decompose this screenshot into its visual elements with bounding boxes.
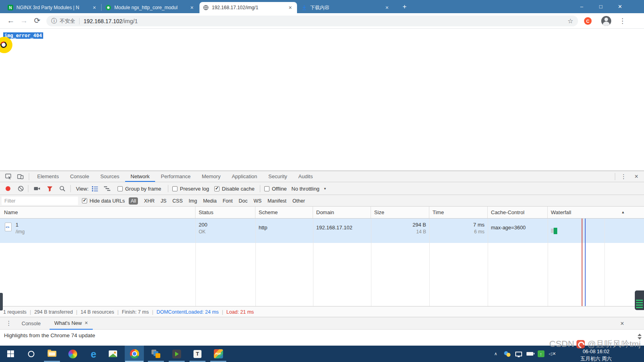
record-button[interactable]: [6, 182, 10, 195]
filter-input[interactable]: [2, 197, 78, 205]
column-header-status[interactable]: Status: [195, 207, 255, 218]
filter-type-img[interactable]: Img: [189, 198, 197, 204]
tab-audits[interactable]: Audits: [293, 171, 318, 182]
tab-memory[interactable]: Memory: [196, 171, 226, 182]
column-header-time[interactable]: Time: [429, 207, 488, 218]
capture-screenshots-icon[interactable]: [34, 182, 41, 195]
new-tab-button[interactable]: +: [400, 2, 409, 11]
profile-avatar[interactable]: [601, 16, 611, 26]
pdf-reader-button[interactable]: [209, 346, 228, 362]
reload-button-icon[interactable]: ⟳: [32, 16, 42, 26]
sort-ascending-icon: ▲: [621, 207, 625, 218]
preserve-log-checkbox[interactable]: [172, 182, 177, 195]
tab-close-icon[interactable]: ×: [91, 4, 98, 11]
tray-expand-button[interactable]: ∧: [491, 346, 500, 362]
clear-button-icon[interactable]: [18, 182, 24, 195]
screen-recorder-button[interactable]: [167, 346, 186, 362]
tab-elements[interactable]: Elements: [32, 171, 64, 182]
filter-funnel-icon[interactable]: [47, 182, 53, 195]
drawer-tabbar: ⋮ Console What's New × ×: [0, 317, 644, 330]
browser-tab-downloads[interactable]: 下载内容 ×: [298, 2, 394, 13]
offline-checkbox[interactable]: [264, 182, 269, 195]
browser-tab-nginx[interactable]: NGINX 3rd Party Modules | N ×: [4, 2, 101, 13]
tab-console[interactable]: Console: [64, 171, 95, 182]
tab-performance[interactable]: Performance: [155, 171, 196, 182]
tray-upload-icon[interactable]: [536, 346, 546, 362]
disable-cache-checkbox[interactable]: [214, 182, 219, 195]
window-minimize-button[interactable]: –: [572, 0, 591, 13]
hide-data-urls-checkbox[interactable]: [82, 195, 87, 207]
edge-button[interactable]: [84, 346, 103, 362]
drawer-tab-whats-new[interactable]: What's New ×: [50, 317, 93, 330]
extension-icon[interactable]: [584, 17, 592, 25]
tray-battery-icon[interactable]: [524, 346, 535, 362]
waterfall-view-icon[interactable]: [104, 182, 110, 195]
filter-type-all[interactable]: All: [129, 197, 138, 205]
column-divider: [371, 219, 371, 306]
address-bar[interactable]: ⓘ 不安全 192.168.17.102 /img/1 ☆: [46, 16, 578, 26]
drawer-tab-console[interactable]: Console: [17, 317, 46, 330]
tab-network[interactable]: Network: [125, 171, 156, 182]
filter-type-js[interactable]: JS: [161, 198, 167, 204]
column-header-size[interactable]: Size: [371, 207, 429, 218]
filter-type-ws[interactable]: WS: [253, 198, 261, 204]
group-by-frame-checkbox[interactable]: [118, 182, 123, 195]
devtools-menu-icon[interactable]: ⋮: [618, 173, 629, 180]
info-icon[interactable]: ⓘ: [51, 18, 57, 25]
drawer-tab-close-icon[interactable]: ×: [85, 317, 88, 329]
filter-type-css[interactable]: CSS: [172, 198, 183, 204]
column-header-domain[interactable]: Domain: [313, 207, 371, 218]
offline-label: Offline: [272, 182, 287, 195]
tab-security[interactable]: Security: [263, 171, 293, 182]
image-viewer-button[interactable]: [103, 346, 122, 362]
devtools-panel: Elements Console Sources Network Perform…: [0, 171, 644, 317]
monitor-icon: [515, 352, 522, 356]
large-rows-view-icon[interactable]: [92, 182, 98, 195]
filter-type-doc[interactable]: Doc: [239, 198, 247, 204]
filter-type-media[interactable]: Media: [203, 198, 217, 204]
cortana-button[interactable]: [22, 346, 41, 362]
search-icon[interactable]: [59, 182, 66, 195]
bookmark-star-icon[interactable]: ☆: [568, 17, 573, 25]
filter-type-manifest[interactable]: Manifest: [267, 198, 286, 204]
watermark-handle: @且听风吟tmj: [587, 338, 640, 350]
devtools-close-icon[interactable]: ×: [629, 173, 644, 180]
vmware-button[interactable]: [146, 346, 165, 362]
window-close-button[interactable]: ✕: [611, 0, 629, 13]
back-button-icon[interactable]: ←: [6, 16, 16, 26]
chrome-button[interactable]: [125, 346, 144, 362]
file-explorer-button[interactable]: [42, 346, 62, 362]
tab-sources[interactable]: Sources: [95, 171, 125, 182]
column-header-cache-control[interactable]: Cache-Control: [488, 207, 548, 218]
device-toolbar-icon[interactable]: [17, 173, 24, 180]
filter-type-font[interactable]: Font: [223, 198, 233, 204]
window-maximize-button[interactable]: □: [592, 0, 610, 13]
tray-network-icon[interactable]: [513, 346, 524, 362]
scroll-up-icon[interactable]: [638, 334, 642, 336]
tab-application[interactable]: Application: [226, 171, 263, 182]
tab-close-icon[interactable]: ×: [287, 4, 293, 11]
start-button[interactable]: [1, 346, 20, 362]
preserve-log-label: Preserve log: [180, 182, 209, 195]
filter-type-other[interactable]: Other: [293, 198, 305, 204]
column-header-name[interactable]: Name: [0, 207, 195, 218]
browser-tab-current[interactable]: 192.168.17.102/img/1 ×: [199, 2, 297, 13]
taskbar-clock[interactable]: 06-08 16:02 五月初六 周六: [574, 348, 618, 362]
tab-close-icon[interactable]: ×: [189, 4, 195, 11]
browser-tab-module-docs[interactable]: Module ngx_http_core_modul ×: [102, 2, 199, 13]
forward-button-icon[interactable]: →: [19, 16, 29, 26]
throttling-dropdown[interactable]: No throttling ▼: [291, 182, 327, 195]
drawer-close-icon[interactable]: ×: [620, 320, 624, 327]
drawer-menu-icon[interactable]: ⋮: [5, 320, 13, 327]
browser-menu-icon[interactable]: ⋮: [618, 17, 626, 25]
summary-resources: 14 B resources: [80, 309, 114, 315]
tab-close-icon[interactable]: ×: [384, 4, 390, 11]
column-header-waterfall[interactable]: Waterfall ▲: [548, 207, 644, 218]
size-transferred: 294 B: [374, 222, 426, 228]
filter-type-xhr[interactable]: XHR: [144, 198, 154, 204]
inspect-element-icon[interactable]: [5, 173, 12, 180]
tray-vmware-icon[interactable]: [502, 346, 512, 362]
column-header-scheme[interactable]: Scheme: [255, 207, 313, 218]
typora-button[interactable]: [188, 346, 207, 362]
media-app-button[interactable]: [63, 346, 82, 362]
